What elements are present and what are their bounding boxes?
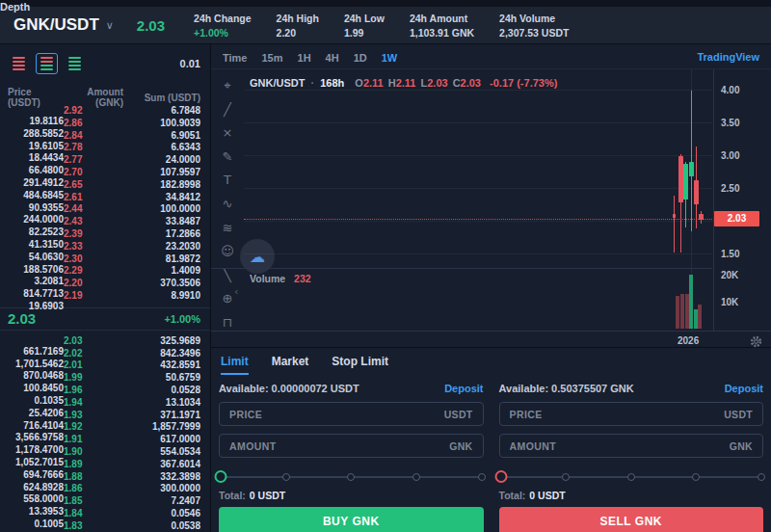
time-axis[interactable]: 2026 [211,331,771,348]
crosshair-icon[interactable]: ⌖ [218,77,237,94]
sell-amount-field[interactable]: GNK [499,434,764,458]
bid-amt: 13.1034 [123,397,200,408]
bid-price: 1.84 [64,508,123,519]
bid-amt: 50.6759 [123,372,200,383]
tab-tradingview[interactable]: TradingView [697,51,759,63]
gann-tools-icon[interactable]: × [218,124,237,142]
buy-amount-slider[interactable] [221,470,482,484]
bid-amt: 0.0546 [123,508,200,519]
orderbook-bids-view-icon[interactable] [64,53,86,74]
buy-deposit-link[interactable]: Deposit [444,383,483,394]
sell-deposit-link[interactable]: Deposit [725,383,763,394]
interval-time[interactable]: Time [223,52,247,64]
bid-amt: 7.2407 [123,495,200,506]
tab-market[interactable]: Market [272,355,309,375]
tab-limit[interactable]: Limit [221,355,249,375]
legend-timeframe: 168h [320,77,344,89]
ask-price: 2.19 [64,290,123,301]
bid-price: 2.03 [64,335,123,346]
ask-sum: 484.6845 [8,190,64,200]
interval-15m[interactable]: 15m [261,52,282,64]
market-stats: 24h Change +1.00% 24h High 2.20 24h Low … [194,13,569,39]
ask-amt: 23.2030 [123,241,200,252]
bid-price: 1.99 [64,372,123,383]
bid-sum: 1,701.5462 [8,359,64,369]
trade-panel: Limit Market Stop Limit Available: 0.000… [211,348,771,532]
forecast-tool-icon[interactable]: ≋ [218,219,237,236]
ask-amt: 107.9597 [123,167,200,177]
slider-dot-0pct[interactable] [215,470,227,483]
stat-24h-volume: 24h Volume 2,307.53 USDT [499,13,569,39]
bid-row[interactable]: 2.03325.9689661.7169 [0,335,210,348]
gear-icon[interactable] [750,334,762,352]
sell-available-balance: Available: 0.50375507 GNK [499,383,634,394]
bid-sum: 0.1005 [8,519,64,529]
interval-1d[interactable]: 1D [354,52,367,64]
bids-list: 2.03325.9689661.71692.02842.34961,701.54… [0,335,210,532]
slider-dot-0pct[interactable] [494,470,507,483]
buy-button[interactable]: BUY GNK [219,507,484,532]
interval-1h[interactable]: 1H [298,52,311,64]
buy-amount-field[interactable]: GNK [219,434,484,458]
slider-dot-25pct[interactable] [282,473,290,481]
ask-sum: 188.5706 [8,264,64,275]
bid-sum: 716.4104 [8,420,64,431]
sell-button[interactable]: SELL GNK [499,507,764,532]
bid-price: 1.91 [64,434,123,444]
bid-amt: 332.3898 [123,471,200,482]
slider-dot-75pct[interactable] [692,473,700,481]
ask-price: 2.78 [64,142,123,152]
price-axis[interactable]: 4.003.503.002.501.5020K10K2.03 [713,69,771,331]
interval-4h[interactable]: 4H [326,52,339,64]
bid-sum: 25.4206 [8,408,64,418]
sell-total-label: Total: [499,490,526,501]
slider-dot-25pct[interactable] [562,473,570,481]
sell-amount-input[interactable] [510,440,730,452]
text-tool-icon[interactable]: T [218,172,237,189]
slider-dot-50pct[interactable] [347,473,355,481]
stat-24h-change: 24h Change +1.00% [194,13,252,39]
bid-sum: 661.7169 [8,346,64,357]
buy-price-input[interactable] [229,409,444,420]
ask-amt: 6.9051 [123,130,200,141]
orderbook-split-view-icon[interactable] [36,53,58,74]
sell-price-field[interactable]: USDT [499,402,764,426]
slider-dot-100pct[interactable] [758,473,765,481]
precision-select[interactable]: 0.01 [180,58,200,69]
buy-price-field[interactable]: USDT [219,402,484,426]
measure-tool-icon[interactable]: ╲ [218,266,237,283]
brush-icon[interactable]: ✎ [218,148,237,166]
bid-amt: 842.3496 [123,348,200,359]
pattern-tool-icon[interactable]: ∿ [218,196,237,213]
slider-dot-50pct[interactable] [627,473,635,481]
candle-body [699,214,704,220]
price-gridline [244,188,712,189]
trend-line-icon[interactable]: ╱ [218,101,237,119]
magnet-icon[interactable]: ⊓ [218,313,237,331]
tab-stop-limit[interactable]: Stop Limit [332,355,388,375]
chart-canvas[interactable]: ⌖╱×✎T∿≋☺╲⊕⊓ ‹ GNK/USDT · 168hO2.11H2.11L… [211,69,771,348]
sell-price-input[interactable] [510,409,725,420]
toolbar-collapse-icon[interactable]: ‹ [234,285,238,298]
price-tick: 2.50 [721,183,739,194]
sell-amount-slider[interactable] [501,470,762,484]
interval-1w[interactable]: 1W [382,52,398,64]
last-price-tag: 2.03 [714,211,759,226]
ask-row[interactable]: 2.926.784819.8116 [0,105,210,118]
ask-amt: 17.2866 [123,228,200,239]
slider-dot-100pct[interactable] [478,473,486,481]
bid-sum: 870.0468 [8,370,64,381]
legend-o-value: 2.11 [363,77,384,89]
pane-divider [211,268,712,269]
bid-sum: 1,052.7015 [8,457,64,467]
slider-dot-75pct[interactable] [412,473,420,481]
legend-h-label: H [388,77,396,89]
buy-amount-input[interactable] [229,440,449,452]
emoji-tool-icon[interactable]: ☺ [218,243,237,260]
ask-sum: 288.5852 [8,128,64,139]
bid-sum: 694.7666 [8,469,64,480]
candle-wick [691,91,692,231]
ask-sum: 19.8116 [8,116,64,126]
ask-price: 2.20 [64,278,123,288]
stat-24h-amount-value: 1,103.91 GNK [410,27,474,39]
